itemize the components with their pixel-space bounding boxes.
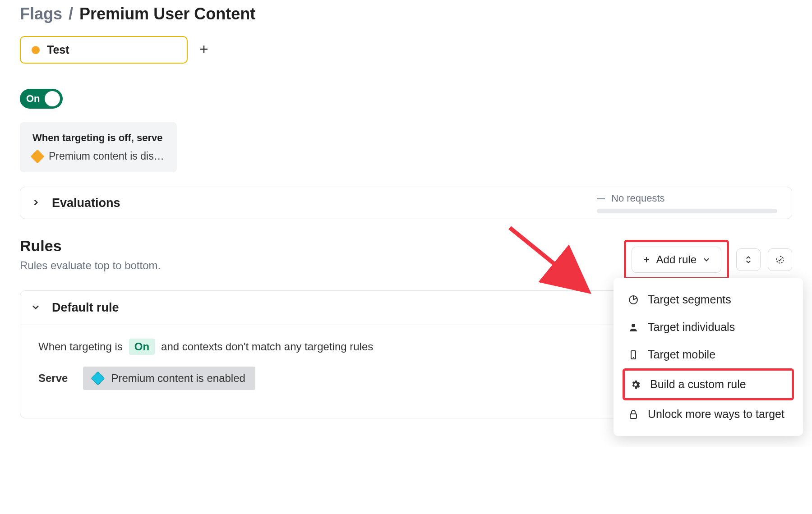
add-rule-dropdown: Target segments Target individuals Targe… (614, 278, 803, 436)
add-rule-label: Add rule (656, 253, 697, 266)
menu-label: Unlock more ways to target (648, 408, 784, 421)
environment-label: Test (47, 43, 69, 56)
environment-pill[interactable]: Test (20, 36, 188, 64)
add-rule-button[interactable]: Add rule (632, 247, 721, 273)
evaluations-title: Evaluations (52, 196, 120, 210)
evaluations-stats: No requests (597, 193, 777, 213)
rules-heading: Rules (20, 237, 161, 255)
menu-unlock-more[interactable]: Unlock more ways to target (623, 400, 794, 428)
on-chip: On (129, 339, 155, 355)
target-mobile-icon (628, 349, 639, 360)
chevron-right-icon (31, 196, 40, 210)
environment-row: Test (20, 36, 792, 64)
rules-subheading: Rules evaluate top to bottom. (20, 259, 161, 272)
breadcrumb: Flags / Premium User Content (20, 5, 792, 23)
rules-header: Rules Rules evaluate top to bottom. Add … (20, 237, 792, 280)
menu-target-mobile[interactable]: Target mobile (623, 341, 794, 368)
progress-check-icon (775, 255, 784, 264)
serve-variation-label: Premium content is enabled (111, 372, 245, 385)
chevron-down-icon (702, 255, 711, 264)
variation-diamond-icon (30, 149, 44, 163)
menu-label: Target individuals (648, 321, 735, 334)
svg-rect-8 (630, 414, 637, 418)
targeting-toggle-row: On (20, 89, 792, 109)
no-requests-label: No requests (611, 193, 665, 204)
collapse-expand-button[interactable] (736, 248, 761, 271)
annotation-highlight-add-rule: Add rule (624, 240, 729, 280)
default-rule-title: Default rule (52, 301, 119, 315)
serve-label: Serve (38, 372, 68, 385)
collapse-icon (744, 255, 753, 264)
environment-dot-icon (32, 46, 40, 54)
menu-label: Build a custom rule (650, 378, 746, 391)
off-serve-variation-label: Premium content is dis… (49, 150, 164, 162)
rules-actions: Add rule (624, 240, 792, 280)
evaluations-bar (597, 209, 777, 213)
target-individuals-icon (628, 322, 639, 333)
target-segments-icon (628, 294, 639, 305)
menu-build-custom-rule[interactable]: Build a custom rule (623, 368, 794, 400)
review-button[interactable] (768, 248, 792, 271)
dash-icon (597, 198, 605, 199)
off-serve-variation: Premium content is dis… (32, 150, 164, 162)
unlock-icon (628, 409, 639, 420)
evaluations-panel[interactable]: Evaluations No requests (20, 187, 792, 219)
toggle-label: On (26, 93, 40, 105)
toggle-knob-icon (45, 91, 60, 106)
breadcrumb-root[interactable]: Flags (20, 5, 62, 23)
off-serve-card[interactable]: When targeting is off, serve Premium con… (20, 122, 177, 172)
breadcrumb-current: Premium User Content (79, 5, 255, 23)
menu-target-segments[interactable]: Target segments (623, 286, 794, 313)
targeting-toggle[interactable]: On (20, 89, 63, 109)
build-custom-rule-icon (630, 379, 641, 390)
condition-text-b: and contexts don't match any targeting r… (161, 340, 373, 353)
menu-target-individuals[interactable]: Target individuals (623, 313, 794, 341)
svg-point-5 (632, 324, 635, 327)
chevron-down-icon (31, 301, 40, 315)
condition-text-a: When targeting is (38, 340, 123, 353)
add-environment-button[interactable] (198, 44, 209, 56)
off-serve-title: When targeting is off, serve (32, 132, 164, 144)
menu-label: Target segments (648, 293, 731, 306)
menu-label: Target mobile (648, 348, 715, 361)
variation-diamond-icon (91, 371, 105, 385)
serve-variation-chip[interactable]: Premium content is enabled (83, 367, 255, 390)
breadcrumb-sep: / (67, 5, 75, 23)
